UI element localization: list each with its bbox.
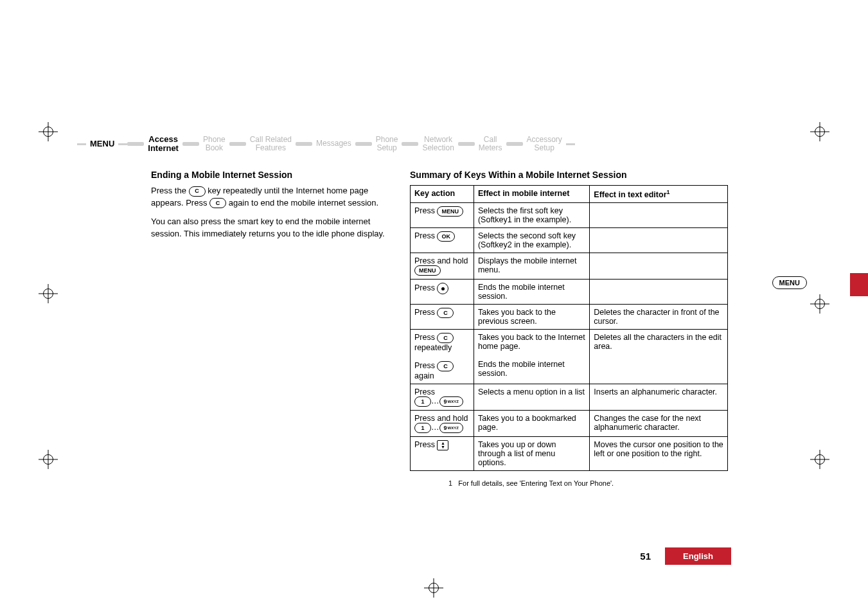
reg-mark [810, 122, 829, 141]
menu-item-phone-setup: PhoneSetup [372, 136, 402, 152]
language-tab: English [665, 547, 731, 565]
reg-mark [39, 450, 58, 469]
red-edge-tab [850, 273, 868, 296]
menu-item-phone-book: PhoneBook [199, 136, 229, 152]
menu-item-call-related: Call RelatedFeatures [246, 136, 296, 152]
table-row: Press and hold MENU Displays the mobile … [411, 253, 728, 280]
menu-item-network-selection: NetworkSelection [418, 136, 457, 152]
menu-label-text: MENU [90, 139, 114, 148]
smart-key-icon [437, 283, 448, 294]
th-key-action: Key action [411, 186, 474, 203]
reg-mark [810, 450, 829, 469]
menu-item-call-meters: CallMeters [475, 136, 506, 152]
one-key-icon: 1 [414, 423, 431, 433]
ending-session-p2: You can also press the smart key to end … [151, 216, 400, 240]
menu-flow: MENU AccessInternet PhoneBook Call Relat… [77, 129, 726, 159]
c-key-icon: C [437, 361, 454, 371]
page-footer: 51 English [410, 547, 731, 565]
c-key-icon: C [209, 198, 226, 208]
menu-key-icon: MENU [414, 265, 441, 276]
key-summary-table: Key action Effect in mobile internet Eff… [410, 185, 728, 471]
table-row: Press ▲▼ Takes you up or down through a … [411, 437, 728, 471]
table-row: Press C Takes you back to the previous s… [411, 305, 728, 330]
table-row: Press MENU Selects the first soft key (S… [411, 203, 728, 228]
reg-mark [810, 294, 829, 314]
c-key-icon: C [437, 333, 454, 343]
table-row: Press OK Selects the second soft key (So… [411, 228, 728, 253]
menu-label: MENU [86, 139, 118, 148]
footnote: 1 For full details, see 'Entering Text o… [448, 479, 731, 489]
ending-session-p1: Press the C key repeatedly until the Int… [151, 185, 400, 209]
th-effect-internet: Effect in mobile internet [474, 186, 589, 203]
menu-item-messages: Messages [312, 139, 355, 148]
table-row: Press and hold 1…9WXYZ Takes you to a bo… [411, 411, 728, 437]
table-row: Press C repeatedly Press C again Takes y… [411, 330, 728, 384]
right-column: Summary of Keys Within a Mobile Internet… [410, 170, 731, 495]
updown-key-icon: ▲▼ [437, 440, 448, 450]
page-number: 51 [640, 551, 651, 562]
ending-session-heading: Ending a Mobile Internet Session [151, 170, 400, 180]
menu-item-access-internet: AccessInternet [144, 135, 182, 154]
c-key-icon: C [437, 308, 454, 318]
side-menu-badge: MENU [772, 276, 807, 289]
nine-key-icon: 9WXYZ [439, 423, 463, 433]
menu-item-accessory-setup: AccessorySetup [523, 136, 566, 152]
one-key-icon: 1 [414, 396, 431, 407]
table-row: Press Ends the mobile internet session. [411, 280, 728, 305]
nine-key-icon: 9WXYZ [439, 396, 463, 407]
menu-key-icon: MENU [437, 206, 463, 217]
reg-mark [39, 284, 58, 303]
side-menu-label: MENU [772, 276, 807, 289]
left-column: Ending a Mobile Internet Session Press t… [151, 170, 400, 246]
ok-key-icon: OK [437, 231, 455, 242]
th-effect-editor: Effect in text editor1 [590, 186, 728, 203]
summary-heading: Summary of Keys Within a Mobile Internet… [410, 170, 731, 180]
table-row: Press 1…9WXYZ Selects a menu option in a… [411, 384, 728, 411]
c-key-icon: C [189, 186, 206, 197]
reg-mark [424, 578, 443, 598]
reg-mark [39, 122, 58, 141]
